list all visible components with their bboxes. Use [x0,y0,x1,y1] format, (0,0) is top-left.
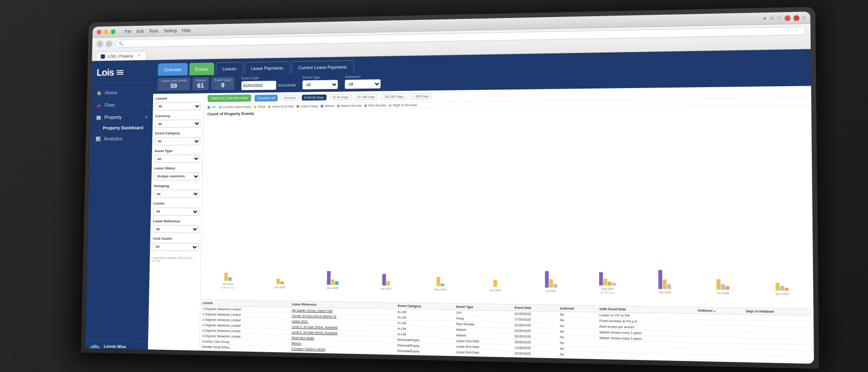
range-91-180-btn[interactable]: 91-180 Days [355,94,378,100]
bar-segment-0-1[interactable] [228,277,232,281]
lessor-select[interactable]: All [153,207,199,215]
bar-segment-8-1[interactable] [663,279,667,289]
bar-segment-6-2[interactable] [553,283,557,287]
table-cell [696,331,743,337]
cost-centre-select[interactable]: All [153,242,199,251]
range-180-365-btn[interactable]: 180-365 Days [381,93,406,99]
bar-group-Nov-2025: Nov-2025 [755,282,809,296]
tab-current-lease-payments[interactable]: Current Lease Payments [291,60,354,73]
bar-sublabel-7: 180-365 Days [600,291,615,294]
tab-overview[interactable]: Overview [158,63,188,76]
tab-events[interactable]: Events [189,62,214,75]
lease-status-label: Lease Status [154,166,200,170]
asset-category-label: Asset Category [155,131,201,135]
menu-icon[interactable]: ≡ [803,15,805,20]
bar-segment-0-0[interactable] [224,272,228,281]
overdue-range-btn[interactable]: Overdue [281,94,298,100]
bar-segment-2-0[interactable] [327,271,331,284]
bar-segment-1-0[interactable] [276,278,280,284]
table-cell[interactable]: Waterview 1 [289,357,395,364]
legend-cpi[interactable]: CPI [208,106,216,109]
bar-segment-10-2[interactable] [785,288,789,290]
sidebar-subitem-property-dashboard[interactable]: Property Dashboard [90,123,153,132]
os-menu-edit[interactable]: Edit [137,29,144,34]
lessee-select[interactable]: All [155,102,201,110]
bar-segment-7-1[interactable] [603,278,607,285]
bar-segment-9-0[interactable] [716,279,720,289]
legend-lease-expiry-label: Lease Expiry [300,104,318,107]
actioned-select[interactable]: All [345,79,381,89]
legend-fixed[interactable]: Fixed [254,105,265,108]
lease-status-select[interactable]: Multiple selections [154,172,200,180]
sidebar-item-property[interactable]: 🏢 Property ∨ [90,110,153,123]
bar-segment-2-1[interactable] [331,279,334,284]
range-365-plus-btn[interactable]: > 365 Days [410,93,432,99]
legend-current-lease-expiry[interactable]: Current Lease Expiry [219,105,251,108]
bar-segment-8-2[interactable] [667,284,671,289]
bar-segment-9-1[interactable] [721,284,725,290]
red-dot [794,15,800,21]
bar-segment-2-2[interactable] [335,281,339,285]
legend-rent-review[interactable]: Rent Review [364,104,386,107]
bar-segment-1-1[interactable] [280,281,284,284]
os-max-btn[interactable] [111,29,115,34]
bar-group-May-2025: May-2025 [416,277,466,292]
event-type-select[interactable]: All [303,80,338,89]
bar-segment-7-2[interactable] [608,282,612,285]
sidebar-item-home[interactable]: 🏠 Home [91,86,153,99]
sidebar-item-fleet[interactable]: 🚗 Fleet › [91,98,153,111]
back-button[interactable]: ‹ [96,40,103,47]
bars-4 [416,277,465,286]
user-profile[interactable]: LW Leonie Wise (Demo) Quadrant › [85,339,148,361]
bar-segment-7-0[interactable] [599,272,603,285]
tab-lease-payments[interactable]: Lease Payments [244,61,290,75]
legend-market[interactable]: Market [321,104,334,107]
forward-button[interactable]: › [106,40,113,47]
legend-lease-expiry[interactable]: Lease Expiry [297,104,318,107]
os-menu-tools[interactable]: Tools [149,28,159,33]
bar-segment-3-1[interactable] [386,281,390,285]
bar-segment-6-1[interactable] [549,279,553,288]
bar-month-label-2: Mar-2025 [327,286,339,289]
browser-tab-lois[interactable]: LOIS | Property ✕ [96,51,146,60]
bar-segment-10-1[interactable] [780,285,784,290]
eom60-range-btn[interactable]: EOM-60 Days [302,94,327,100]
bar-segment-9-2[interactable] [725,286,730,289]
col-holdover[interactable]: Holdover [696,307,743,314]
range-61-90-btn[interactable]: 61-90 Days [330,94,351,100]
switch-view-button[interactable]: Switch to Calendar View [208,94,251,102]
bar-month-label-9: Oct-2025 [717,291,729,295]
sidebar: Lois 🏠 Home 🚗 Fleet › [85,60,154,361]
tab-leases[interactable]: Leases [216,62,243,75]
tab-favicon [101,54,105,59]
deselect-all-button[interactable]: Deselect all [255,94,278,101]
bar-segment-10-0[interactable] [775,283,779,290]
tab-close-btn[interactable]: ✕ [137,53,142,59]
grouping-select[interactable]: All [154,189,200,197]
asset-type-select[interactable]: All [155,154,200,163]
legend-market-review[interactable]: Market Review [337,104,361,107]
os-menu-file[interactable]: File [125,29,131,34]
sidebar-item-analytics[interactable]: 📊 Analytics › [90,132,152,145]
lease-reference-select[interactable]: All [153,224,199,233]
bar-segment-4-1[interactable] [440,283,444,286]
os-menu-help[interactable]: Help [182,28,190,33]
bookmark-icon[interactable]: ★ [762,16,767,21]
refresh-icon[interactable]: ↺ [770,15,774,20]
os-close-btn[interactable] [97,30,101,35]
bar-segment-4-0[interactable] [436,277,440,286]
logo-area: Lois [91,60,154,83]
legend-lease-end-date[interactable]: Lease End Date [268,105,294,108]
bar-segment-7-3[interactable] [612,283,616,285]
bar-segment-6-0[interactable] [545,271,548,288]
os-min-btn[interactable] [104,29,108,34]
bar-group-Jan-2025: Jan-2025EOM-60 Days [204,272,252,289]
os-menu-setting[interactable]: Setting [164,28,177,33]
legend-right-of-renewal[interactable]: Right of Renewal [389,103,417,107]
bar-segment-5-0[interactable] [493,280,497,287]
bar-segment-8-0[interactable] [659,270,663,289]
bar-segment-3-0[interactable] [382,274,386,285]
date-from-input[interactable] [241,81,276,90]
asset-category-select[interactable]: All [155,137,200,145]
currency-select[interactable]: All [155,119,201,128]
